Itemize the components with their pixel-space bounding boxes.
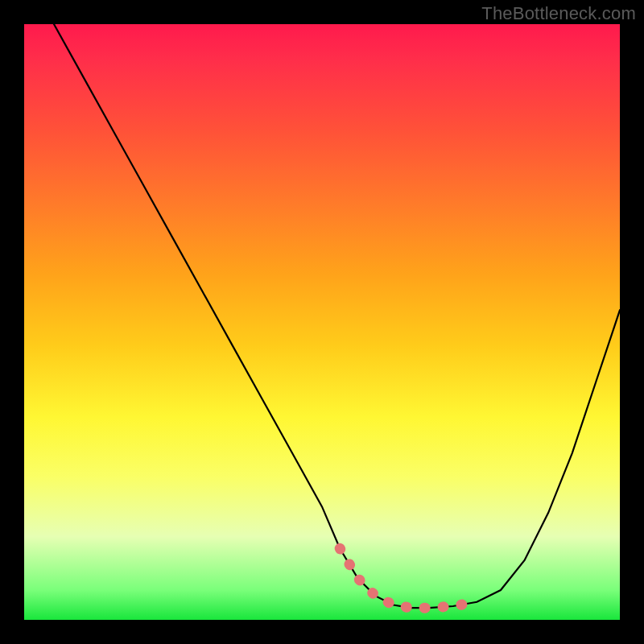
bottleneck-curve xyxy=(24,24,620,608)
watermark-text: TheBottleneck.com xyxy=(481,3,636,24)
plot-area xyxy=(24,24,620,620)
highlight-segment xyxy=(340,548,464,608)
chart-svg xyxy=(24,24,620,620)
chart-frame: TheBottleneck.com xyxy=(0,0,644,644)
